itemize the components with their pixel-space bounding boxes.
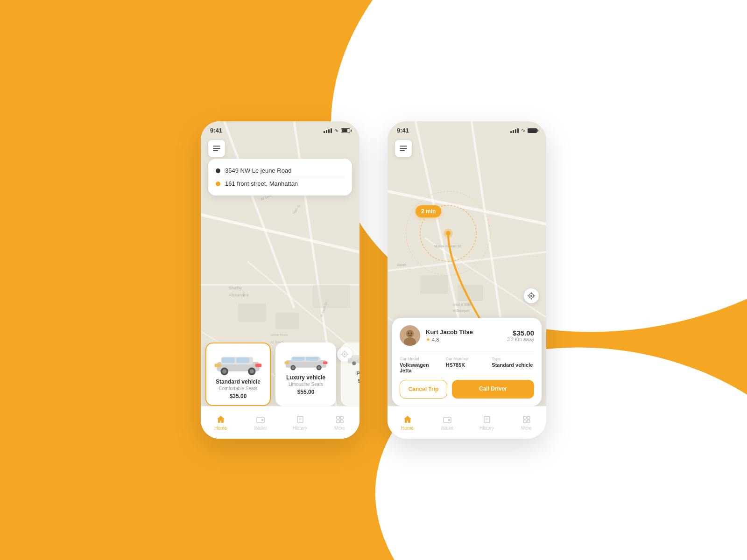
car-number-item: Car Number HS785K (446, 357, 488, 373)
search-to-text: 161 front street, Manhattan (225, 180, 298, 187)
car-model-item: Car Model Volkswagen Jetta (400, 357, 442, 373)
wallet-icon-1 (256, 415, 265, 424)
vehicle-card-partial[interactable]: Pre... $7... (341, 343, 359, 406)
svg-rect-35 (215, 364, 221, 367)
history-icon-2 (482, 415, 492, 424)
locate-button-2[interactable] (524, 288, 539, 303)
battery-icon-2 (528, 128, 537, 133)
from-pin-icon (216, 168, 220, 173)
driver-header: Kurt Jacob Tilse ★ 4.8 $35.00 3.2 Km awa… (400, 325, 534, 346)
nav-wallet-1[interactable]: Wallet (240, 415, 280, 431)
cancel-trip-button[interactable]: Cancel Trip (400, 380, 447, 399)
driver-info: Kurt Jacob Tilse ★ 4.8 (426, 329, 501, 343)
vehicle-name-standard: Standard vehicle (212, 378, 264, 385)
nav-history-label-1: History (293, 426, 307, 431)
status-bar-2: 9:41 ∿ (388, 121, 546, 137)
svg-rect-29 (222, 358, 235, 363)
car-number-label: Car Number (446, 357, 488, 361)
car-model-label: Car Model (400, 357, 442, 361)
nav-home-label-2: Home (401, 426, 414, 431)
nav-history-2[interactable]: History (467, 415, 507, 431)
driver-price-block: $35.00 3.2 Km away (507, 329, 534, 342)
search-to-row[interactable]: 161 front street, Manhattan (216, 177, 345, 190)
vehicle-name-partial: Pre... (346, 371, 359, 376)
vehicle-name-luxury: Luxury vehicle (281, 374, 331, 381)
home-icon-2 (403, 415, 412, 424)
vehicle-card-standard[interactable]: Standard vehicle Comfortable Seats $35.0… (205, 343, 271, 406)
driver-avatar (400, 325, 420, 346)
vehicle-sub-luxury: Limousine Seats (281, 382, 331, 387)
car-model-value: Volkswagen Jetta (400, 362, 442, 373)
svg-rect-14 (238, 303, 266, 322)
svg-rect-102 (527, 416, 530, 419)
svg-rect-72 (420, 275, 448, 294)
svg-point-91 (406, 330, 414, 337)
search-from-row[interactable]: 3549 NW Le jeune Road (216, 164, 345, 177)
svg-rect-73 (458, 285, 483, 301)
svg-point-42 (291, 366, 294, 369)
search-box: 3549 NW Le jeune Road 161 front street, … (208, 159, 352, 196)
menu-button-2[interactable] (395, 140, 412, 157)
vehicle-card-luxury[interactable]: Luxury vehicle Limousine Seats $55.00 (275, 343, 336, 406)
nav-more-2[interactable]: More (507, 415, 546, 431)
wifi-icon-1: ∿ (334, 127, 338, 133)
svg-point-44 (317, 366, 320, 369)
status-icons-1: ∿ (324, 127, 350, 133)
status-icons-2: ∿ (510, 127, 537, 133)
svg-text:Izbat al Birins: Izbat al Birins (453, 303, 473, 306)
nav-history-1[interactable]: History (280, 415, 320, 431)
hamburger-icon-1 (213, 146, 220, 151)
menu-button-1[interactable] (208, 140, 225, 157)
home-icon-1 (216, 415, 226, 424)
grid-icon-1 (335, 415, 345, 424)
status-time-2: 9:41 (397, 127, 409, 134)
svg-text:Shatby: Shatby (229, 286, 242, 290)
wifi-icon-2: ∿ (521, 127, 525, 133)
driver-details: Car Model Volkswagen Jetta Car Number HS… (400, 351, 534, 373)
eta-badge: 2 min (416, 205, 441, 217)
svg-rect-36 (255, 364, 262, 367)
star-icon: ★ (426, 336, 430, 343)
bottom-nav-2: Home Wallet History (388, 406, 546, 439)
svg-rect-17 (313, 285, 350, 308)
vehicle-price-partial: $7... (346, 378, 359, 384)
driver-name: Kurt Jacob Tilse (426, 329, 501, 336)
status-time-1: 9:41 (210, 127, 222, 134)
search-from-text: 3549 NW Le jeune Road (225, 167, 291, 174)
hamburger-icon-2 (400, 146, 407, 151)
svg-rect-52 (261, 419, 263, 421)
nav-home-1[interactable]: Home (201, 415, 240, 431)
nav-history-label-2: History (479, 426, 494, 431)
wallet-icon-2 (443, 415, 452, 424)
svg-point-78 (446, 231, 451, 236)
driver-rating: ★ 4.8 (426, 336, 501, 343)
nav-more-1[interactable]: More (320, 415, 359, 431)
crosshair-icon-2 (528, 292, 535, 300)
vehicle-price-luxury: $55.00 (281, 389, 331, 395)
bottom-nav-1: Home Wallet History (201, 406, 359, 439)
signal-icon-1 (324, 128, 332, 133)
vehicle-type-value: Standard vehicle (492, 362, 534, 368)
nav-home-label-1: Home (214, 426, 227, 431)
nav-wallet-label-2: Wallet (441, 426, 453, 431)
nav-more-label-2: More (521, 426, 532, 431)
driver-actions: Cancel Trip Call Driver (400, 380, 534, 399)
svg-point-32 (222, 369, 226, 373)
nav-home-2[interactable]: Home (388, 415, 427, 431)
nav-wallet-2[interactable]: Wallet (427, 415, 467, 431)
svg-text:darah: darah (397, 263, 406, 267)
battery-icon-1 (341, 128, 350, 133)
driver-panel: Kurt Jacob Tilse ★ 4.8 $35.00 3.2 Km awa… (392, 318, 542, 406)
svg-rect-45 (284, 361, 289, 364)
svg-rect-59 (337, 420, 339, 423)
svg-point-94 (411, 333, 412, 334)
call-driver-button[interactable]: Call Driver (452, 380, 534, 399)
svg-rect-15 (275, 313, 299, 329)
vehicle-price-standard: $35.00 (212, 393, 264, 399)
svg-rect-30 (236, 358, 249, 363)
svg-rect-39 (292, 357, 304, 361)
svg-point-49 (352, 361, 356, 365)
svg-rect-103 (523, 420, 526, 423)
vehicle-type-label: Type (492, 357, 534, 361)
svg-point-85 (530, 295, 532, 297)
